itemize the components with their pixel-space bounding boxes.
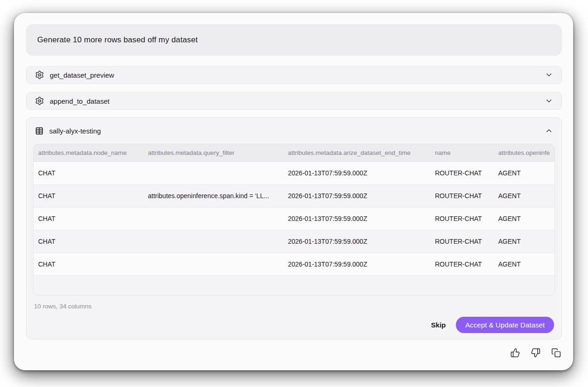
table-cell: CHAT (33, 184, 143, 207)
copy-icon[interactable] (551, 348, 561, 358)
table-cell: CHAT (33, 230, 143, 253)
accept-update-dataset-button[interactable]: Accept & Update Dataset (456, 317, 554, 333)
table-cell: 2026-01-13T07:59:59.000Z (283, 207, 430, 230)
table-header-row: attributes.metadata.node_name attributes… (33, 144, 555, 161)
table-cell: AGENT (494, 161, 555, 184)
dataset-actions: Skip Accept & Update Dataset (431, 317, 554, 333)
table-cell: AGENT (494, 253, 555, 275)
gear-icon (35, 70, 44, 80)
table-cell: AGENT (494, 184, 555, 207)
table-cell: AGENT (494, 207, 555, 230)
table-row: CHAT 2026-01-13T07:59:59.000Z ROUTER-CHA… (33, 207, 555, 230)
table-cell: 2026-01-13T07:59:59.000Z (283, 253, 430, 275)
table-cell: CHAT (33, 161, 143, 184)
table-cell: ROUTER-CHAT (430, 184, 494, 207)
dataset-preview-section: sally-alyx-testing attributes.metadata.n… (26, 117, 562, 340)
dataset-row-count: 10 rows, 34 columns (34, 303, 561, 310)
column-header: attributes.openinfe (494, 144, 555, 161)
table-cell: CHAT (33, 207, 143, 230)
table-cell: 2026-01-13T07:59:59.000Z (283, 230, 430, 253)
table-cell (143, 207, 283, 230)
tool-call-append-to-dataset[interactable]: append_to_dataset (26, 92, 562, 110)
chevron-down-icon[interactable] (545, 71, 553, 79)
table-cell: CHAT (33, 253, 143, 275)
tool-call-get-dataset-preview[interactable]: get_dataset_preview (26, 66, 562, 84)
thumbs-up-icon[interactable] (510, 348, 520, 358)
dataset-title: sally-alyx-testing (49, 127, 101, 135)
table-cell: ROUTER-CHAT (430, 161, 494, 184)
chevron-up-icon[interactable] (545, 127, 553, 135)
table-cell: ROUTER-CHAT (430, 207, 494, 230)
chevron-down-icon[interactable] (545, 97, 553, 105)
user-query-text: Generate 10 more rows based off my datas… (37, 35, 198, 45)
table-row: CHAT 2026-01-13T07:59:59.000Z ROUTER-CHA… (33, 253, 555, 275)
dataset-table-panel: attributes.metadata.node_name attributes… (33, 144, 555, 295)
table-cell (143, 253, 283, 275)
dataset-section-header[interactable]: sally-alyx-testing (27, 118, 561, 144)
table-cell: 2026-01-13T07:59:59.000Z (283, 184, 430, 207)
table-cell: AGENT (494, 230, 555, 253)
column-header: name (430, 144, 494, 161)
table-cell (143, 230, 283, 253)
table-row: CHAT 2026-01-13T07:59:59.000Z ROUTER-CHA… (33, 161, 555, 184)
table-cell: attributes.openinference.span.kind = ‘LL… (143, 184, 283, 207)
column-header: attributes.metadata.arize_dataset_end_ti… (283, 144, 430, 161)
table-row: CHAT attributes.openinference.span.kind … (33, 184, 555, 207)
gear-icon (35, 96, 44, 106)
tool-call-label: append_to_dataset (50, 97, 109, 105)
table-icon (35, 127, 44, 135)
column-header: attributes.metadata.node_name (33, 144, 143, 161)
table-row: CHAT 2026-01-13T07:59:59.000Z ROUTER-CHA… (33, 230, 555, 253)
table-cell: 2026-01-13T07:59:59.000Z (283, 161, 430, 184)
tool-call-label: get_dataset_preview (50, 71, 114, 79)
dataset-table: attributes.metadata.node_name attributes… (33, 144, 555, 276)
table-cell: ROUTER-CHAT (430, 230, 494, 253)
table-cell (143, 161, 283, 184)
thumbs-down-icon[interactable] (531, 348, 541, 358)
assistant-response-card: Generate 10 more rows based off my datas… (14, 13, 573, 370)
feedback-bar (510, 348, 561, 358)
column-header: attributes.metadata.query_filter (143, 144, 283, 161)
table-empty-area (33, 276, 555, 296)
table-cell: ROUTER-CHAT (430, 253, 494, 275)
skip-button[interactable]: Skip (431, 321, 446, 329)
user-query-bubble: Generate 10 more rows based off my datas… (26, 24, 562, 56)
